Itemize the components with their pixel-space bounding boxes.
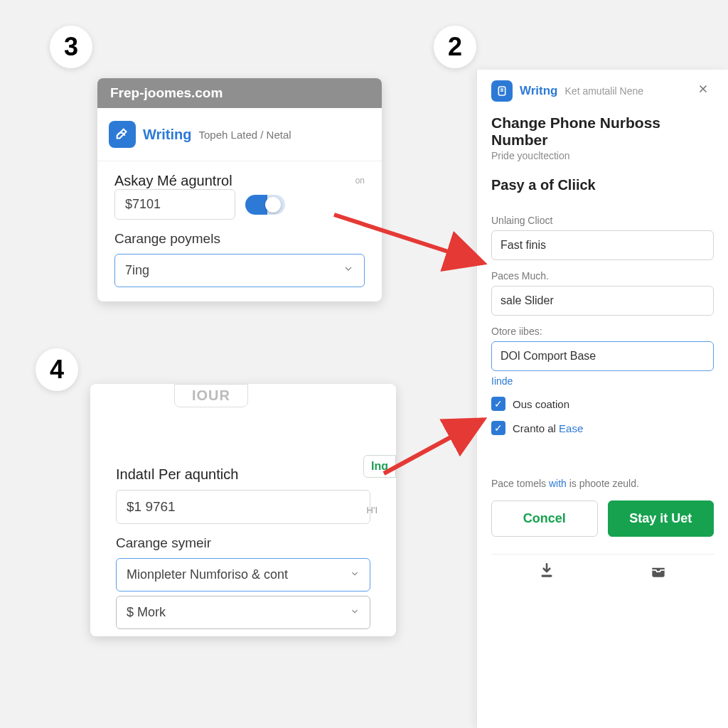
section-heading-pasy: Pasy a of Cliick [491, 177, 714, 193]
checkbox-label: Ous coation [513, 398, 569, 410]
field-label-otore: Otore iibes: [491, 326, 714, 337]
section-label-askay: Askay Mé aguntrol [114, 173, 232, 188]
cancel-button[interactable]: Concel [491, 500, 598, 537]
breadcrumb: Topeh Lated / Netal [199, 129, 291, 141]
select-mionpleter[interactable]: Mionpleter Numforiso & cont [116, 558, 370, 592]
window-titlebar: Frep-joomes.com [97, 78, 382, 108]
dialog-title: Change Phone Nurboss Number [491, 114, 714, 149]
svg-rect-1 [542, 574, 552, 577]
select-value: 7ing [125, 263, 149, 278]
side-tag-inq[interactable]: Inq [363, 455, 396, 478]
writing-app-icon [109, 121, 136, 148]
amount-input[interactable]: $7101 [114, 189, 235, 220]
select-value: $ Mork [127, 605, 166, 620]
svg-line-3 [384, 419, 483, 473]
checkbox-label: Cranto al Ease [513, 422, 583, 434]
input-sale-slider[interactable]: sale Slider [491, 286, 714, 316]
chevron-down-icon [343, 263, 354, 278]
toggle-state-label: on [355, 176, 365, 186]
download-icon[interactable] [537, 562, 556, 583]
inbox-icon[interactable] [649, 562, 668, 583]
app-brand-label: Writng [520, 84, 558, 98]
checkbox-checked-icon: ✓ [491, 397, 505, 411]
checkbox-checked-icon: ✓ [491, 421, 505, 435]
dialog-subtitle: Pride youcltection [491, 150, 714, 161]
link-inde[interactable]: Iinde [491, 375, 714, 387]
corner-label-h: H'I [367, 505, 378, 515]
app-brand-label: Writing [143, 127, 192, 143]
chevron-down-icon [350, 567, 360, 582]
step-badge-3: 3 [50, 26, 92, 68]
top-chip: IOUR [174, 384, 248, 407]
panel-3: Frep-joomes.com Writing Topeh Lated / Ne… [97, 78, 382, 301]
select-value: Mionpleter Numforiso & cont [127, 567, 288, 582]
toggle-knob [265, 197, 281, 213]
primary-action-button[interactable]: Stay it Uet [608, 500, 714, 537]
writing-app-icon [491, 80, 513, 102]
field-label-unlaing: Unlaing Clioct [491, 215, 714, 226]
checkbox-row-ous[interactable]: ✓ Ous coation [491, 397, 714, 411]
input-comport-base[interactable]: DOl Comport Base [491, 341, 714, 371]
select-mork[interactable]: $ Mork [116, 596, 370, 629]
panel-2: Writng Ket amutalil Nene Change Phone Nu… [476, 70, 728, 728]
panel-4: IOUR Inq H'I Indatıl Per aquntich $1 976… [90, 384, 396, 636]
close-icon[interactable] [692, 80, 714, 102]
section-label-indatil: Indatıl Per aquntich [116, 466, 370, 483]
select-7ing[interactable]: 7ing [114, 254, 365, 287]
section-label-carange-2: Carange symeir [116, 535, 370, 551]
amount-input-2[interactable]: $1 9761 [116, 490, 370, 524]
section-label-carange: Carange poymels [114, 231, 365, 247]
input-fast-finis[interactable]: Fast finis [491, 230, 714, 260]
step-badge-2: 2 [434, 26, 476, 68]
bottom-toolbar [491, 554, 714, 593]
checkbox-row-cranto[interactable]: ✓ Cranto al Ease [491, 421, 714, 435]
app-header: Writing Topeh Lated / Netal [97, 108, 382, 161]
toggle-switch[interactable] [245, 195, 285, 215]
footer-note: Pace tomels with is phoote zeuld. [491, 478, 714, 489]
header-subtitle: Ket amutalil Nene [565, 85, 644, 97]
field-label-paces: Paces Much. [491, 270, 714, 282]
step-badge-4: 4 [36, 348, 78, 391]
chevron-down-icon [350, 605, 360, 620]
